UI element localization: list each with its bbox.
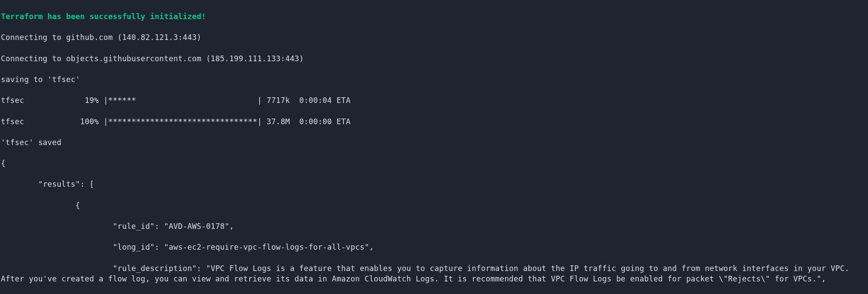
progress-row-1: tfsec 19% |****** | 7717k 0:00:04 ETA (1, 95, 868, 106)
connect-github: Connecting to github.com (140.82.121.3:4… (1, 32, 868, 43)
progress-size: 37.8M (267, 117, 290, 126)
progress-row-2: tfsec 100% |****************************… (1, 116, 868, 127)
progress-time: 0:00:00 (299, 117, 332, 126)
progress-bar-fill: ******************************** (108, 117, 257, 126)
result-open: { (1, 200, 868, 211)
saved-line: 'tfsec' saved (1, 137, 868, 148)
terminal-output: Terraform has been successfully initiali… (0, 0, 868, 294)
progress-eta: ETA (337, 117, 350, 126)
progress-time: 0:00:04 (299, 96, 332, 105)
json-open: { (1, 158, 868, 168)
progress-bar-fill: ****** (108, 96, 136, 105)
saving-line: saving to 'tfsec' (1, 74, 868, 85)
long-id: "long_id": "aws-ec2-require-vpc-flow-log… (1, 242, 868, 252)
progress-name: tfsec (1, 96, 24, 105)
spacer (24, 117, 80, 126)
progress-size: 7717k (267, 96, 290, 105)
progress-percent: 19% (85, 96, 99, 105)
terraform-init-success: Terraform has been successfully initiali… (1, 11, 868, 22)
progress-name: tfsec (1, 117, 24, 126)
progress-bar-empty (136, 96, 257, 105)
results-key: "results": [ (1, 179, 868, 189)
spacer (24, 96, 85, 105)
progress-eta: ETA (337, 96, 350, 105)
progress-percent: 100% (80, 117, 99, 126)
connect-objects: Connecting to objects.githubusercontent.… (1, 53, 868, 64)
rule-description: "rule_description": "VPC Flow Logs is a … (1, 263, 868, 284)
rule-id: "rule_id": "AVD-AWS-0178", (1, 221, 868, 231)
